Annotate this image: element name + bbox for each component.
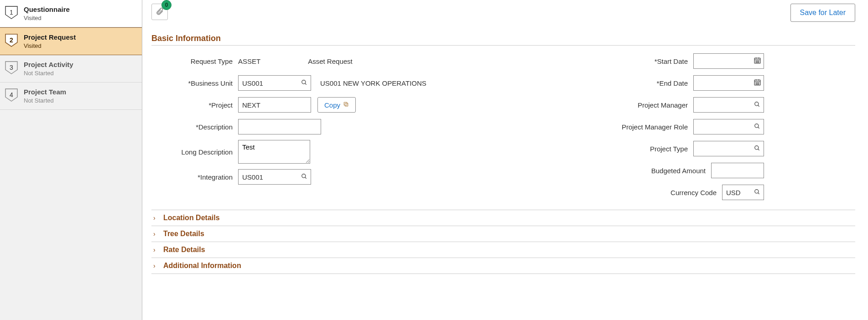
project-manager-role-label: Project Manager Role: [618, 123, 693, 131]
business-unit-description: US001 NEW YORK OPERATIONS: [320, 79, 426, 87]
step-status: Visited: [24, 15, 70, 21]
copy-button-label: Copy: [324, 101, 340, 109]
step-title: Questionnaire: [24, 5, 70, 14]
accordion-title: Additional Information: [163, 262, 241, 270]
end-date-label: *End Date: [618, 79, 693, 87]
accordion-tree-details[interactable]: › Tree Details: [151, 226, 855, 242]
project-type-input[interactable]: [693, 141, 764, 156]
svg-rect-3: [344, 102, 347, 105]
request-type-label: Request Type: [151, 57, 238, 65]
step-badge: 2: [5, 33, 18, 47]
project-manager-role-input[interactable]: [693, 119, 764, 134]
step-project-team[interactable]: 4 Project Team Not Started: [0, 83, 142, 110]
svg-rect-2: [345, 103, 348, 106]
step-status: Visited: [24, 42, 76, 49]
attachments-button[interactable]: 0: [151, 4, 168, 20]
start-date-input[interactable]: [693, 53, 764, 69]
step-project-activity[interactable]: 3 Project Activity Not Started: [0, 55, 142, 83]
long-description-label: Long Description: [151, 148, 238, 156]
description-input[interactable]: [238, 119, 321, 134]
chevron-right-icon: ›: [153, 262, 160, 269]
step-questionnaire[interactable]: 1 Questionnaire Visited: [0, 0, 142, 27]
chevron-right-icon: ›: [153, 246, 160, 253]
step-title: Project Request: [24, 33, 76, 41]
business-unit-label: *Business Unit: [151, 79, 238, 87]
basic-information-header: Basic Information: [151, 34, 855, 46]
end-date-input[interactable]: [693, 75, 764, 91]
step-title: Project Team: [24, 88, 66, 96]
step-status: Not Started: [24, 97, 66, 104]
step-project-request[interactable]: 2 Project Request Visited: [0, 27, 142, 55]
step-number: 1: [10, 9, 13, 16]
business-unit-input[interactable]: [238, 75, 311, 91]
project-manager-input[interactable]: [693, 97, 764, 113]
project-input[interactable]: [238, 97, 311, 113]
accordion-title: Location Details: [163, 214, 220, 222]
copy-icon: [343, 101, 349, 108]
attachment-count-badge: 0: [161, 0, 172, 10]
project-manager-label: Project Manager: [618, 101, 693, 109]
project-type-label: Project Type: [618, 145, 693, 153]
chevron-right-icon: ›: [153, 230, 160, 237]
integration-label: *Integration: [151, 173, 238, 181]
chevron-right-icon: ›: [153, 214, 160, 222]
top-bar: 0 Save for Later: [151, 4, 855, 20]
budgeted-amount-input[interactable]: [711, 163, 764, 178]
request-type-description: Asset Request: [308, 57, 353, 65]
budgeted-amount-label: Budgeted Amount: [618, 167, 711, 175]
request-type-value: ASSET: [238, 57, 260, 65]
start-date-label: *Start Date: [618, 57, 693, 65]
accordion-title: Tree Details: [163, 230, 204, 238]
step-badge: 3: [5, 61, 18, 74]
long-description-input[interactable]: [238, 140, 310, 164]
wizard-sidebar: 1 Questionnaire Visited 2 Project Reques…: [0, 0, 142, 320]
step-badge: 4: [5, 88, 18, 102]
main-content: 0 Save for Later Basic Information Reque…: [142, 0, 868, 320]
step-status: Not Started: [24, 70, 73, 77]
accordion-location-details[interactable]: › Location Details: [151, 210, 855, 226]
currency-code-input[interactable]: [722, 185, 764, 200]
copy-button[interactable]: Copy: [317, 97, 356, 113]
accordion-additional-information[interactable]: › Additional Information: [151, 258, 855, 274]
step-number: 4: [10, 91, 13, 98]
description-label: *Description: [151, 123, 238, 131]
step-number: 3: [10, 64, 13, 71]
accordion-title: Rate Details: [163, 246, 205, 254]
project-label: *Project: [151, 101, 238, 109]
integration-input[interactable]: [238, 169, 311, 185]
currency-code-label: Currency Code: [618, 189, 722, 196]
step-number: 2: [10, 36, 13, 44]
step-badge: 1: [5, 5, 18, 19]
accordion-rate-details[interactable]: › Rate Details: [151, 242, 855, 258]
save-for-later-button[interactable]: Save for Later: [790, 4, 856, 22]
step-title: Project Activity: [24, 61, 73, 69]
